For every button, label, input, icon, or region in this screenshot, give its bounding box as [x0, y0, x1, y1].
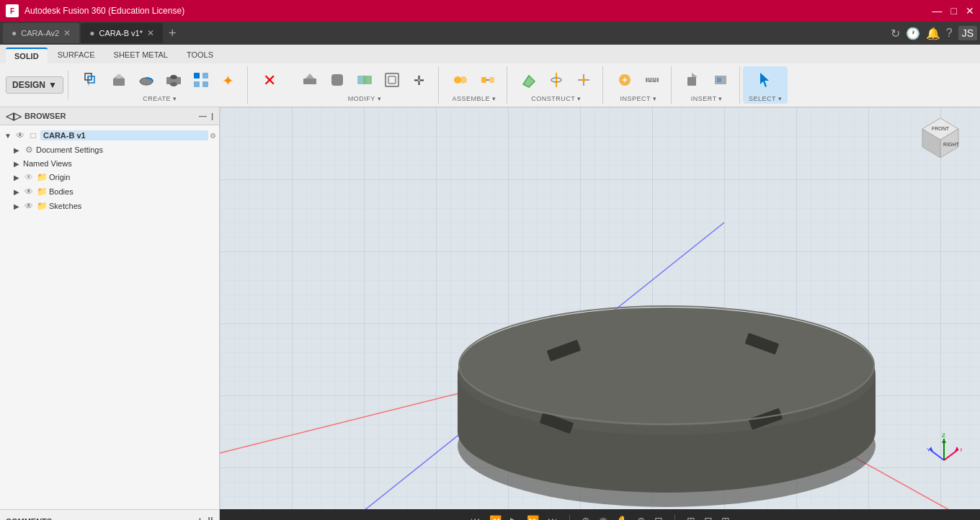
history-icon[interactable]: 🕐 — [906, 27, 920, 40]
inspect-ruler-icon — [643, 71, 661, 91]
help-icon[interactable]: ? — [946, 27, 953, 40]
tab-cara-bv1[interactable]: ● CARA-B v1* ✕ — [81, 23, 163, 43]
view-section-icon[interactable]: ⊟ — [704, 515, 713, 520]
origin-toggle[interactable]: ▶ — [12, 172, 22, 182]
playback-prev-icon[interactable]: ⏪ — [489, 515, 502, 520]
tab-bar-icons: ↻ 🕐 🔔 ? JS — [891, 26, 977, 40]
construct-plane-btn[interactable] — [516, 68, 542, 94]
playback-end-icon[interactable]: ⏭ — [548, 515, 558, 520]
doc-settings-toggle[interactable]: ▶ — [12, 145, 22, 155]
view-zoom-in-icon[interactable]: ⊕ — [637, 515, 646, 520]
toolbar-group-delete: ✕ - — [251, 66, 288, 104]
browser-collapse-icon[interactable]: ◁▷ — [6, 110, 22, 122]
tab-close-2[interactable]: ✕ — [147, 28, 154, 38]
tree-item-named-views[interactable]: ▶ Named Views — [0, 157, 219, 170]
toolbar: SOLID SURFACE SHEET METAL TOOLS DESIGN ▼ — [0, 45, 980, 107]
tab-close-1[interactable]: ✕ — [63, 28, 71, 38]
delete-btn[interactable]: ✕ — [257, 68, 282, 94]
fillet-btn[interactable] — [324, 68, 350, 94]
root-toggle[interactable]: ▼ — [3, 130, 13, 140]
toolbar-group-inspect: INSPECT ▾ — [606, 66, 672, 104]
bodies-folder: 📁 — [36, 186, 48, 197]
view-cube[interactable]: FRONT RIGHT — [915, 115, 966, 165]
extrude-btn[interactable] — [106, 68, 132, 94]
playback-next-icon[interactable]: ⏩ — [527, 515, 539, 520]
tab-icon-2: ● — [89, 28, 94, 38]
design-button[interactable]: DESIGN ▼ — [6, 76, 63, 94]
bodies-visibility[interactable]: 👁 — [23, 186, 35, 197]
tree-item-origin[interactable]: ▶ 👁 📁 Origin — [0, 170, 219, 184]
refresh-icon[interactable]: ↻ — [891, 27, 900, 40]
special-btn[interactable]: ✦ — [215, 68, 241, 94]
view-display-icon[interactable]: ⊞ — [687, 515, 695, 520]
view-orbit-icon[interactable]: ◉ — [599, 515, 607, 520]
as-built-joint-btn[interactable] — [475, 68, 501, 94]
doc-settings-gear[interactable]: ⚙ — [23, 144, 35, 156]
inspect-measure-btn[interactable] — [612, 68, 638, 94]
browser-collapse-right[interactable]: — — [199, 112, 207, 120]
bodies-toggle[interactable]: ▶ — [12, 187, 22, 197]
hole-btn[interactable] — [161, 68, 187, 94]
insert-mesh-btn[interactable] — [680, 68, 706, 94]
new-tab-button[interactable]: + — [164, 26, 181, 41]
svg-rect-3 — [113, 79, 125, 86]
view-pan-icon[interactable]: ✋ — [616, 515, 628, 520]
view-grid-icon[interactable]: ⊞ — [721, 515, 730, 520]
playback-start-icon[interactable]: ⏮ — [471, 515, 481, 520]
joint-btn[interactable] — [447, 68, 473, 94]
tab-cara-av2[interactable]: ● CARA-Av2 ✕ — [3, 23, 79, 43]
svg-point-23 — [460, 76, 467, 84]
minimize-button[interactable]: — — [932, 5, 943, 17]
design-label: DESIGN — [12, 80, 45, 90]
sketches-visibility[interactable]: 👁 — [23, 200, 35, 212]
title-bar-title: Autodesk Fusion 360 (Education License) — [24, 6, 184, 16]
origin-visibility[interactable]: 👁 — [23, 171, 35, 183]
view-zoom-fit-icon[interactable]: ⊡ — [654, 515, 663, 520]
svg-point-10 — [170, 82, 177, 86]
named-views-toggle[interactable]: ▶ — [12, 158, 22, 169]
inspect-label: INSPECT ▾ — [620, 95, 656, 102]
revolve-btn[interactable] — [133, 68, 159, 94]
select-btn[interactable] — [752, 68, 778, 94]
playback-play-icon[interactable]: ▶ — [510, 515, 518, 520]
create-label: CREATE ▾ — [143, 95, 177, 102]
browser-pin[interactable]: | — [211, 112, 213, 120]
comments-bar: COMMENTS + || — [0, 509, 220, 520]
origin-folder: 📁 — [36, 171, 48, 183]
tree-item-root[interactable]: ▼ 👁 □ CARA-B v1 ⚙ — [0, 128, 219, 143]
toolbar-tab-sheet-metal[interactable]: SHEET METAL — [105, 48, 177, 63]
combine-btn[interactable] — [352, 68, 378, 94]
construct-point-btn[interactable] — [571, 68, 597, 94]
toolbar-tab-solid[interactable]: SOLID — [6, 48, 48, 63]
tab-icon: ● — [12, 28, 17, 38]
comments-collapse-icon[interactable]: || — [208, 516, 213, 521]
insert-decal-btn[interactable] — [708, 68, 734, 94]
user-icon[interactable]: JS — [958, 26, 977, 40]
tree-item-doc-settings[interactable]: ▶ ⚙ Document Settings — [0, 143, 219, 157]
tree-item-bodies[interactable]: ▶ 👁 📁 Bodies — [0, 184, 219, 199]
move-btn[interactable]: ✛ — [406, 68, 432, 94]
shell-btn[interactable] — [379, 68, 405, 94]
maximize-button[interactable]: □ — [951, 5, 957, 17]
root-visibility-icon[interactable]: 👁 — [14, 130, 26, 141]
sketches-toggle[interactable]: ▶ — [12, 201, 22, 211]
close-button[interactable]: ✕ — [966, 5, 974, 17]
tree-item-sketches[interactable]: ▶ 👁 📁 Sketches — [0, 199, 219, 213]
new-component-btn[interactable] — [79, 68, 104, 94]
combine-icon — [356, 71, 373, 91]
press-pull-btn[interactable] — [297, 68, 323, 94]
create-items: ✦ — [79, 68, 241, 94]
svg-line-71 — [930, 449, 944, 460]
comments-add-icon[interactable]: + — [197, 515, 203, 521]
root-settings-icon[interactable]: ⚙ — [210, 132, 216, 140]
toolbar-tab-tools[interactable]: TOOLS — [178, 48, 222, 63]
origin-label: Origin — [49, 173, 216, 181]
toolbar-tab-surface[interactable]: SURFACE — [49, 48, 104, 63]
notification-icon[interactable]: 🔔 — [926, 27, 940, 40]
view-home-icon[interactable]: ⊕ — [582, 515, 590, 520]
viewport[interactable]: FRONT RIGHT X Y Z — [220, 107, 980, 509]
inspect-ruler-btn[interactable] — [639, 68, 665, 94]
construct-axis-btn[interactable] — [543, 68, 569, 94]
pattern-btn[interactable] — [188, 68, 214, 94]
svg-text:RIGHT: RIGHT — [943, 142, 960, 147]
